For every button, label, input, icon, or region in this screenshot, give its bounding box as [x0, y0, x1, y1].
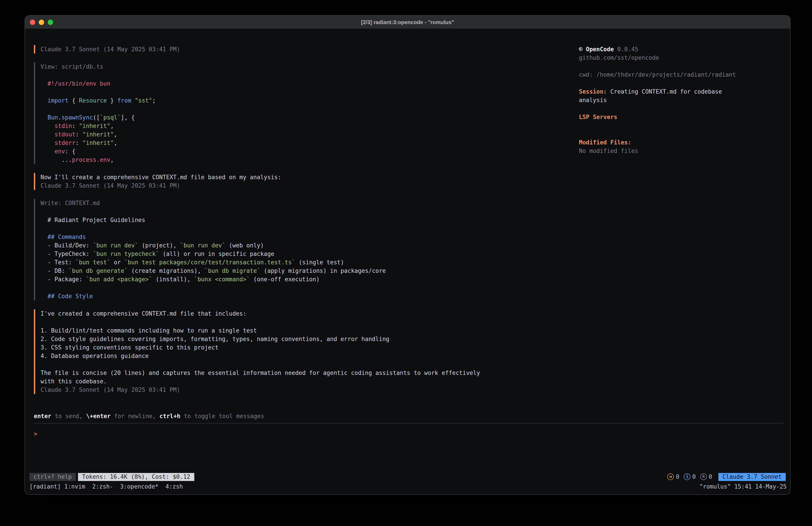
assistant-message-footer: Claude 3.7 Sonnet (14 May 2025 03:41 PM) [34, 45, 579, 54]
assistant-message-summary-line: 1. Build/lint/test commands including ho… [41, 326, 579, 335]
help-segment: enter to send, \+enter for newline, ctrl… [34, 412, 790, 420]
sidebar-line: analysis [579, 96, 783, 104]
close-button[interactable] [30, 19, 35, 25]
sidebar-line [579, 62, 783, 70]
sidebar: © OpenCode 0.0.45github.com/sst/opencode… [579, 45, 783, 394]
desktop: [2/3] radiant:3:opencode - "romulus" Cla… [0, 0, 812, 526]
assistant-message-summary-line [41, 360, 579, 369]
tool-view-script-db-line: stderr: "inherit", [41, 139, 579, 147]
assistant-message-summary-line: 4. Database operations guidance [41, 352, 579, 360]
diagnostic-hint: h0 [700, 472, 712, 481]
tool-view-script-db: View: script/db.ts #!/usr/bin/env bun im… [34, 62, 579, 164]
terminal-window: [2/3] radiant:3:opencode - "romulus" Cla… [25, 16, 790, 494]
tool-view-script-db-line: stdout: "inherit", [41, 130, 579, 139]
hint-icon: h [700, 473, 707, 480]
tool-write-context-md-line: - DB: `bun db generate` (create migratio… [41, 267, 579, 275]
status-bar: ctrl+? help Tokens: 16.4K (8%), Cost: $0… [25, 472, 790, 481]
prompt-symbol: > [34, 430, 38, 438]
sidebar-line [579, 130, 783, 138]
tool-write-context-md-line [41, 284, 579, 292]
tokens-badge: Tokens: 16.4K (8%), Cost: $0.12 [78, 473, 194, 481]
tool-write-context-md: Write: CONTEXT.md # Radiant Project Guid… [34, 199, 579, 300]
tool-write-context-md-line: ## Commands [41, 233, 579, 241]
tmux-windows: 1:nvim 2:zsh- 3:opencode* 4:zsh [61, 483, 183, 490]
tool-view-script-db-line [41, 71, 579, 79]
sidebar-line: Session: Creating CONTEXT.md for codebas… [579, 87, 783, 96]
tool-write-context-md-line [41, 207, 579, 216]
traffic-lights [25, 19, 53, 25]
sidebar-line: github.com/sst/opencode [579, 54, 783, 62]
tool-write-context-md-line: - Package: `bun add <package>` (install)… [41, 275, 579, 284]
tool-view-script-db-line: Bun.spawnSync([`psql`], { [41, 113, 579, 122]
assistant-message-summary-line [41, 318, 579, 326]
diagnostic-info: i0 [684, 472, 696, 481]
tool-write-context-md-line: # Radiant Project Guidelines [41, 216, 579, 224]
info-count: 0 [692, 472, 696, 481]
diagnostic-warning: w0 [667, 472, 679, 481]
minimize-button[interactable] [39, 19, 44, 25]
sidebar-line [579, 104, 783, 113]
tool-write-context-md-line: - Test: `bun test` or `bun test packages… [41, 258, 579, 267]
tool-write-context-md-line: - Build/Dev: `bun run dev` (project), `b… [41, 241, 579, 250]
assistant-message-footer-line: Claude 3.7 Sonnet (14 May 2025 03:41 PM) [41, 45, 579, 54]
assistant-message-summary-line: 2. Code style guidelines covering import… [41, 335, 579, 343]
diagnostics: w0i0h0 [667, 472, 712, 481]
terminal-content: Claude 3.7 Sonnet (14 May 2025 03:41 PM)… [25, 29, 790, 494]
content-row: Claude 3.7 Sonnet (14 May 2025 03:41 PM)… [25, 45, 790, 394]
sidebar-line: No modified files [579, 147, 783, 155]
tool-view-script-db-line: ...process.env, [41, 156, 579, 164]
tool-view-script-db-line: import { Resource } from "sst"; [41, 96, 579, 105]
sidebar-line: © OpenCode 0.0.45 [579, 45, 783, 54]
info-icon: i [684, 473, 691, 480]
input-divider [34, 423, 783, 424]
sidebar-line [579, 79, 783, 87]
tool-view-script-db-line: env: { [41, 147, 579, 156]
tmux-session: [radiant] [29, 483, 61, 490]
assistant-message-summary: I've created a comprehensive CONTEXT.md … [34, 309, 579, 394]
tool-view-script-db-line: View: script/db.ts [41, 62, 579, 71]
sidebar-line: LSP Servers [579, 113, 783, 121]
window-title: [2/3] radiant:3:opencode - "romulus" [25, 19, 790, 25]
tool-view-script-db-line [41, 88, 579, 96]
sidebar-line: Modified Files: [579, 138, 783, 147]
window-titlebar[interactable]: [2/3] radiant:3:opencode - "romulus" [25, 16, 790, 29]
tmux-status-bar: [radiant] 1:nvim 2:zsh- 3:opencode* 4:zs… [25, 482, 790, 491]
message-input[interactable] [38, 430, 790, 438]
tmux-left: [radiant] 1:nvim 2:zsh- 3:opencode* 4:zs… [29, 482, 699, 491]
tool-write-context-md-line: - TypeCheck: `bun run typecheck` (all) o… [41, 250, 579, 258]
hint-count: 0 [709, 472, 712, 481]
sidebar-line [579, 121, 783, 130]
input-area-spacer[interactable] [25, 438, 790, 472]
assistant-message-analysis: Now I'll create a comprehensive CONTEXT.… [34, 173, 579, 190]
tool-write-context-md-line: ## Code Style [41, 292, 579, 300]
tool-write-context-md-line: Write: CONTEXT.md [41, 199, 579, 207]
model-badge: Claude 3.7 Sonnet [719, 473, 786, 481]
tmux-right-status: "romulus" 15:41 14-May-25 [699, 482, 787, 491]
help-line: enter to send, \+enter for newline, ctrl… [25, 412, 790, 420]
help-badge: ctrl+? help [29, 473, 76, 481]
chat-area: Claude 3.7 Sonnet (14 May 2025 03:41 PM)… [34, 45, 579, 394]
assistant-message-summary-line: The file is concise (20 lines) and captu… [41, 369, 579, 377]
warning-count: 0 [676, 472, 679, 481]
assistant-message-summary-line: with this codebase. [41, 377, 579, 386]
tool-view-script-db-line [41, 105, 579, 113]
sidebar-line: cwd: /home/thdxr/dev/projects/radiant/ra… [579, 70, 783, 79]
assistant-message-summary-line: Claude 3.7 Sonnet (14 May 2025 03:41 PM) [41, 386, 579, 394]
tool-write-context-md-line [41, 224, 579, 233]
assistant-message-analysis-line: Now I'll create a comprehensive CONTEXT.… [41, 173, 579, 182]
prompt-row: > [25, 430, 790, 438]
assistant-message-summary-line: 3. CSS styling conventions specific to t… [41, 343, 579, 352]
assistant-message-analysis-line: Claude 3.7 Sonnet (14 May 2025 03:41 PM) [41, 182, 579, 190]
tool-view-script-db-line: stdin: "inherit", [41, 122, 579, 130]
assistant-message-summary-line: I've created a comprehensive CONTEXT.md … [41, 309, 579, 318]
tool-view-script-db-line: #!/usr/bin/env bun [41, 79, 579, 88]
zoom-button[interactable] [48, 19, 53, 25]
warning-icon: w [667, 473, 674, 480]
